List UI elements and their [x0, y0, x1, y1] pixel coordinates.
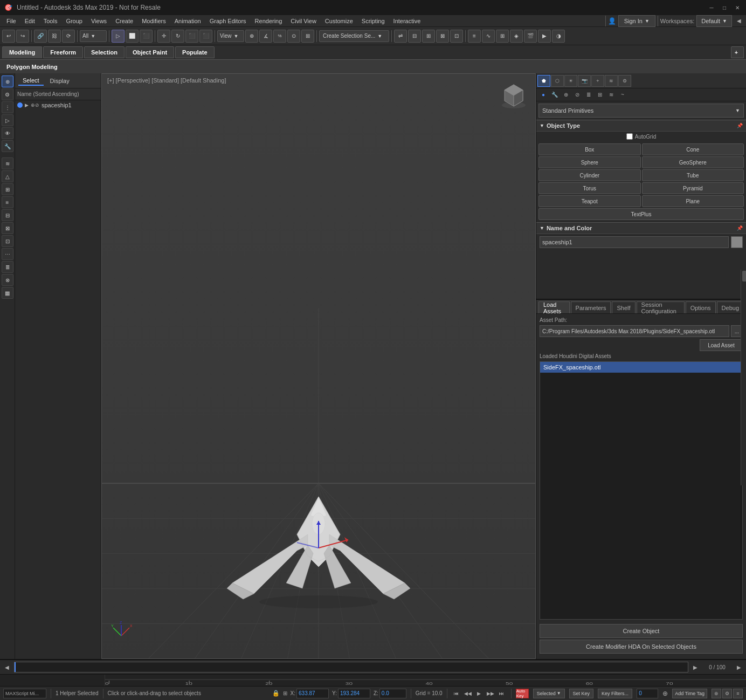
- ot-geosphere[interactable]: GeoSphere: [642, 156, 744, 168]
- spinner-snap-button[interactable]: ⊙: [287, 30, 300, 43]
- maximize-button[interactable]: □: [720, 3, 729, 12]
- y-input[interactable]: 193.284: [338, 689, 370, 698]
- x-input[interactable]: 633.87: [296, 689, 329, 698]
- viewport[interactable]: [+] [Perspective] [Standard] [Default Sh…: [101, 73, 536, 659]
- menu-scripting[interactable]: Scripting: [357, 15, 389, 26]
- ot-teapot[interactable]: Teapot: [538, 195, 641, 207]
- select-link-button[interactable]: 🔗: [34, 30, 47, 43]
- workspaces-expand-icon[interactable]: ◀: [734, 16, 744, 26]
- select-region-button[interactable]: ⬜: [126, 30, 139, 43]
- unlink-button[interactable]: ⛓: [48, 30, 61, 43]
- la-list-item-spaceship[interactable]: SideFX_spaceship.otl: [540, 362, 742, 373]
- script-input[interactable]: MAXScript Mi...: [3, 689, 46, 698]
- move-button[interactable]: ✛: [157, 30, 170, 43]
- tool-hierarchy[interactable]: ⋮: [2, 101, 13, 113]
- close-button[interactable]: ✕: [733, 3, 742, 12]
- create-modifier-button[interactable]: Create Modifier HDA On Selected Objects: [540, 640, 743, 654]
- play-button[interactable]: ▶: [474, 689, 484, 698]
- ot-sphere[interactable]: Sphere: [538, 156, 641, 168]
- menu-civil-view[interactable]: Civil View: [286, 15, 320, 26]
- tool-d[interactable]: ≡: [2, 196, 13, 208]
- viewport-cube[interactable]: [498, 79, 530, 112]
- create-lights-button[interactable]: ☀: [564, 75, 577, 87]
- viewport-settings-button[interactable]: ⚙: [722, 689, 732, 698]
- menu-modifiers[interactable]: Modifiers: [137, 15, 170, 26]
- rp-icon-e[interactable]: ≣: [584, 90, 593, 100]
- rp-icon-b[interactable]: 🔧: [550, 90, 560, 100]
- active-shade-button[interactable]: ◑: [552, 30, 565, 43]
- select-object-button[interactable]: ▷: [112, 30, 125, 43]
- la-tab-load-assets[interactable]: Load Assets: [538, 301, 570, 313]
- lock-icon[interactable]: 🔒: [272, 690, 280, 697]
- color-swatch[interactable]: [731, 236, 743, 248]
- menu-rendering[interactable]: Rendering: [251, 15, 287, 26]
- timeline-right-arrow[interactable]: ▶: [690, 662, 700, 672]
- sign-in-button[interactable]: Sign In ▼: [618, 15, 655, 27]
- mirror-button[interactable]: ⇌: [394, 30, 407, 43]
- create-cameras-button[interactable]: 📷: [578, 75, 591, 87]
- name-color-lock-icon[interactable]: 📌: [737, 225, 743, 231]
- align4-button[interactable]: ⊡: [450, 30, 463, 43]
- create-helpers-button[interactable]: +: [591, 75, 604, 87]
- tool-j[interactable]: ⊗: [2, 274, 13, 286]
- tab-freeform[interactable]: Freeform: [43, 46, 83, 58]
- scale-button[interactable]: ⬛: [185, 30, 198, 43]
- percent-snap-button[interactable]: %: [273, 30, 286, 43]
- align3-button[interactable]: ⊠: [436, 30, 449, 43]
- time-input[interactable]: 0: [637, 689, 658, 698]
- ot-cylinder[interactable]: Cylinder: [538, 169, 641, 181]
- ot-tube[interactable]: Tube: [642, 169, 744, 181]
- tool-a[interactable]: ≋: [2, 157, 13, 169]
- timeline-left-arrow[interactable]: ◀: [2, 662, 12, 672]
- asset-path-input[interactable]: [540, 325, 729, 337]
- schematic-view-button[interactable]: ⊞: [496, 30, 509, 43]
- la-tab-options[interactable]: Options: [686, 301, 716, 313]
- tab-object-paint[interactable]: Object Paint: [126, 46, 174, 58]
- ot-box[interactable]: Box: [538, 143, 641, 155]
- material-editor-button[interactable]: ◈: [510, 30, 523, 43]
- rp-icon-c[interactable]: ⊕: [561, 90, 571, 100]
- tool-utilities[interactable]: 🔧: [2, 140, 13, 152]
- object-type-lock-icon[interactable]: 📌: [737, 123, 743, 128]
- menu-edit[interactable]: Edit: [20, 15, 39, 26]
- viewport-navigate-button[interactable]: ⊕: [712, 689, 721, 698]
- la-tab-debug[interactable]: Debug: [717, 301, 744, 313]
- create-spacewarps-button[interactable]: ≋: [605, 75, 618, 87]
- primitives-dropdown[interactable]: Standard Primitives ▼: [538, 104, 744, 118]
- ot-pyramid[interactable]: Pyramid: [642, 182, 744, 194]
- pivot-button[interactable]: ⊞: [301, 30, 314, 43]
- name-color-header[interactable]: ▼ Name and Color 📌: [536, 222, 746, 234]
- scale2-button[interactable]: ⬛: [199, 30, 212, 43]
- next-frame-button[interactable]: ⏭: [497, 689, 507, 698]
- prev-frame-button[interactable]: ⏮: [452, 689, 461, 698]
- tool-b[interactable]: △: [2, 170, 13, 182]
- angle-snap-button[interactable]: ∡: [259, 30, 272, 43]
- menu-customize[interactable]: Customize: [321, 15, 357, 26]
- z-input[interactable]: 0.0: [379, 689, 406, 698]
- menu-tools[interactable]: Tools: [39, 15, 62, 26]
- create-systems-button[interactable]: ⚙: [618, 75, 631, 87]
- create-shapes-button[interactable]: ⬡: [551, 75, 564, 87]
- rp-icon-f[interactable]: ⊞: [595, 90, 605, 100]
- workspaces-button[interactable]: Default ▼: [696, 15, 732, 27]
- tab-modeling[interactable]: Modeling: [2, 46, 42, 58]
- create-object-button[interactable]: Create Object: [540, 624, 743, 638]
- snap-toggle-button[interactable]: ⊕: [245, 30, 258, 43]
- menu-views[interactable]: Views: [87, 15, 111, 26]
- rp-icon-g[interactable]: ≋: [606, 90, 616, 100]
- tool-k[interactable]: ▦: [2, 287, 13, 299]
- menu-create[interactable]: Create: [111, 15, 137, 26]
- add-time-tag-button[interactable]: Add Time Tag: [672, 689, 707, 698]
- tool-modify[interactable]: ⚙: [2, 88, 13, 100]
- filter-dropdown[interactable]: All▼: [80, 30, 107, 42]
- rotate-button[interactable]: ↻: [171, 30, 184, 43]
- prev-key-button[interactable]: ◀◀: [463, 689, 473, 698]
- menu-interactive[interactable]: Interactive: [389, 15, 425, 26]
- create-geometry-button[interactable]: ⬟: [537, 75, 550, 87]
- redo-button[interactable]: ↪: [16, 30, 29, 43]
- add-icon[interactable]: ⊕: [662, 690, 668, 697]
- align-button[interactable]: ⊟: [408, 30, 421, 43]
- la-tab-session-config[interactable]: Session Configuration: [637, 301, 685, 313]
- menu-animation[interactable]: Animation: [170, 15, 205, 26]
- tool-h[interactable]: ⋯: [2, 248, 13, 260]
